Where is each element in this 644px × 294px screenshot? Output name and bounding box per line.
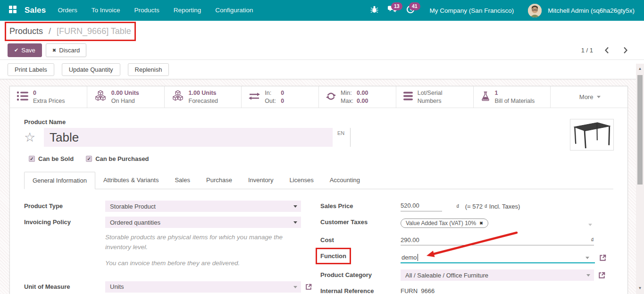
page: Sales Orders To Invoice Products Reporti… [0,0,644,294]
breadcrumb-separator: / [49,26,51,36]
product-name-input[interactable]: Table [44,128,333,147]
messages-count-badge: 13 [391,2,402,10]
stat-in-out[interactable]: In:0 Out:0 [242,86,319,108]
customer-taxes-label: Customer Taxes [320,217,401,226]
internal-reference-input[interactable]: FURN_9666 [401,286,594,294]
product-image[interactable] [570,119,614,151]
customer-tax-tag[interactable]: Value Added Tax (VAT) 10% ✖ [401,218,488,228]
stat-bill-of-materials[interactable]: 1 Bill of Materials [474,86,551,108]
cost-input[interactable]: 290.00 ₫ [401,235,594,245]
forecasted-label: Forecasted [189,97,218,105]
stat-on-hand[interactable]: 0.00 Units On Hand [87,86,165,108]
table-image [571,120,613,150]
translation-language-badge[interactable]: EN [333,128,351,147]
dropdown-caret-icon[interactable] [293,286,297,288]
save-button[interactable]: ✔ Save [8,43,42,57]
sales-price-input[interactable]: 520.00 [401,201,442,211]
tab-sales[interactable]: Sales [167,172,198,189]
menu-to-invoice[interactable]: To Invoice [84,0,127,21]
stat-forecasted[interactable]: 1.00 Units Forecasted [165,86,242,108]
cost-label: Cost [320,235,401,244]
function-label: Function [320,251,401,260]
lot-serial-line2: Numbers [418,97,443,105]
function-input[interactable]: demo [401,252,595,263]
tab-general-information[interactable]: General Information [24,172,95,189]
apps-menu-button[interactable] [7,4,19,17]
messages-button[interactable]: 13 [385,0,401,21]
breadcrumb: Products / [FURN_9666] Table [9,26,131,36]
activities-button[interactable]: 41 [402,0,418,21]
notebook-tabs: General Information Attributes & Variant… [24,172,613,189]
invoicing-policy-help-text-2: You can invoice them before they are del… [105,259,301,269]
tag-remove-icon[interactable]: ✖ [479,221,483,226]
product-category-field[interactable]: All / Saleable / Office Furniture [401,269,594,281]
can-be-sold-label: Can be Sold [38,155,74,162]
dropdown-caret-icon[interactable] [586,274,590,277]
pricelist-icon [17,91,29,103]
debug-menu-button[interactable] [367,0,383,21]
menu-orders[interactable]: Orders [50,0,84,21]
product-category-external-link-icon[interactable] [598,272,605,279]
discard-button[interactable]: ✖ Discard [46,43,86,57]
max-value: 0.00 [357,97,368,105]
menu-reporting[interactable]: Reporting [167,0,209,21]
stat-reordering-rules[interactable]: Min:0.00 Max:0.00 [319,86,396,108]
scroll-down-arrow-icon[interactable]: ▼ [636,286,644,290]
cubes-icon [94,90,107,104]
pager-next-button[interactable] [623,47,628,54]
extra-prices-label: Extra Prices [33,97,65,105]
uom-external-link-icon[interactable] [305,284,312,290]
stat-button-row: 0 Extra Prices 0.00 Units On Ha [10,86,627,108]
dropdown-caret-icon[interactable] [585,257,589,259]
tab-attributes-variants[interactable]: Attributes & Variants [95,172,167,189]
out-label: Out: [265,97,281,105]
menu-products[interactable]: Products [127,0,167,21]
save-button-label: Save [21,47,35,54]
dropdown-caret-icon[interactable] [588,224,592,226]
print-labels-button[interactable]: Print Labels [8,63,54,76]
user-menu[interactable]: Mitchell Admin (sq6ha26gty5x) [548,7,635,14]
can-be-sold-checkbox[interactable]: ✓ Can be Sold [29,155,74,162]
text-cursor [418,254,418,261]
extra-prices-value: 0 [33,89,65,97]
pager-previous-button[interactable] [604,47,609,54]
menu-configuration[interactable]: Configuration [208,0,260,21]
company-switcher[interactable]: My Company (San Francisco) [430,7,514,14]
incl-taxes-note: (= 572 ₫ Incl. Taxes) [465,203,520,210]
control-panel: Products / [FURN_9666] Table ✔ Save ✖ Di… [0,21,644,60]
discard-x-icon: ✖ [52,48,56,53]
user-avatar[interactable] [528,4,542,17]
flask-icon [480,91,491,104]
action-bar: Print Labels Update Quantity Replenish [0,60,644,79]
replenish-button[interactable]: Replenish [128,63,169,76]
breadcrumb-products-link[interactable]: Products [9,26,43,36]
main-menu: Orders To Invoice Products Reporting Con… [50,0,260,21]
stat-more-dropdown[interactable]: More [551,86,627,108]
scroll-up-arrow-icon[interactable]: ▲ [636,67,644,71]
stat-lot-serial[interactable]: Lot/Serial Numbers [396,86,474,108]
function-external-link-icon[interactable] [599,254,606,261]
uom-field[interactable]: Units [105,281,301,293]
save-check-icon: ✔ [14,47,18,53]
tab-inventory[interactable]: Inventory [240,172,281,189]
stat-extra-prices[interactable]: 0 Extra Prices [10,86,87,108]
on-hand-value: 0.00 Units [111,89,139,97]
tab-purchase[interactable]: Purchase [198,172,240,189]
can-be-purchased-checkbox[interactable]: ✓ Can be Purchased [86,155,149,162]
update-quantity-button[interactable]: Update Quantity [62,63,120,76]
favorite-star-icon[interactable]: ☆ [24,128,44,147]
checkbox-check-icon: ✓ [86,156,92,162]
scrollbar-thumb[interactable] [637,75,643,185]
product-type-select[interactable]: Storable Product [105,201,301,212]
invoicing-policy-help-text-1: Storable products are physical items for… [105,233,301,252]
tab-accounting[interactable]: Accounting [322,172,368,189]
invoicing-policy-select[interactable]: Ordered quantities [105,217,301,228]
vertical-scrollbar[interactable]: ▲ ▼ [636,64,644,294]
app-name[interactable]: Sales [25,6,46,15]
pager-count: 1 / 1 [581,47,593,54]
on-hand-label: On Hand [111,97,139,105]
bars-icon [403,91,413,103]
tab-licenses[interactable]: Licenses [281,172,321,189]
currency-symbol: ₫ [456,203,460,210]
checkbox-check-icon: ✓ [29,156,35,162]
